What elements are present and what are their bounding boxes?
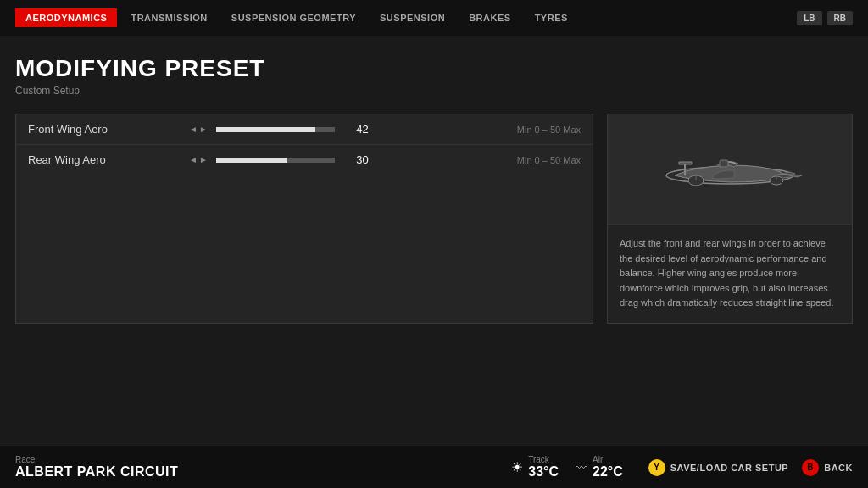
front-wing-right-arrow[interactable]: ►	[199, 125, 208, 134]
lb-button[interactable]: LB	[797, 11, 821, 25]
svg-rect-6	[720, 160, 728, 167]
info-panel: Adjust the front and rear wings in order…	[607, 114, 853, 324]
front-wing-slider-track[interactable]	[216, 127, 335, 132]
car-svg	[632, 131, 827, 208]
front-wing-slider-container: 42	[216, 123, 509, 136]
front-wing-range: Min 0 – 50 Max	[517, 125, 581, 135]
air-temp: 22°C	[593, 464, 623, 480]
back-button[interactable]: B BACK	[802, 459, 853, 476]
nav-tab-brakes[interactable]: BRAKES	[459, 8, 520, 27]
nav-tab-transmission[interactable]: TRANSMISSION	[120, 8, 217, 27]
weather-info: ☀ Track 33°C 〰 Air 22°C	[511, 455, 623, 480]
rear-wing-slider-fill	[216, 158, 287, 163]
front-wing-slider-fill	[216, 127, 316, 132]
nav-tab-suspension[interactable]: SUSPENSION	[370, 8, 455, 27]
front-wing-arrows[interactable]: ◄ ►	[189, 125, 208, 134]
rear-wing-aero-row: Rear Wing Aero ◄ ► 30 Min 0 – 50 Max	[16, 145, 593, 175]
page-subtitle: Custom Setup	[15, 85, 853, 97]
track-temp: 33°C	[528, 464, 559, 480]
air-weather-details: Air 22°C	[593, 455, 623, 480]
save-load-button[interactable]: Y SAVE/LOAD CAR SETUP	[648, 459, 788, 476]
rb-button[interactable]: RB	[827, 11, 853, 25]
b-button-icon: B	[802, 459, 819, 476]
front-wing-label: Front Wing Aero	[28, 123, 181, 136]
settings-panel: Front Wing Aero ◄ ► 42 Min 0 – 50 Max Re…	[15, 114, 593, 324]
sun-icon: ☀	[511, 459, 523, 475]
rear-wing-value: 30	[343, 153, 369, 166]
rear-wing-arrows[interactable]: ◄ ►	[189, 155, 208, 164]
rear-wing-label: Rear Wing Aero	[28, 153, 181, 166]
air-weather-item: 〰 Air 22°C	[576, 455, 623, 480]
front-wing-left-arrow[interactable]: ◄	[189, 125, 198, 134]
nav-tab-suspension-geometry[interactable]: SUSPENSION GEOMETRY	[221, 8, 366, 27]
rear-wing-range: Min 0 – 50 Max	[517, 155, 581, 165]
page-title: MODIFYING PRESET	[15, 55, 853, 82]
rear-wing-right-arrow[interactable]: ►	[199, 155, 208, 164]
rear-wing-slider-track[interactable]	[216, 158, 335, 163]
circuit-name: ALBERT PARK CIRCUIT	[15, 464, 178, 480]
track-weather-details: Track 33°C	[528, 455, 559, 480]
bottom-actions: Y SAVE/LOAD CAR SETUP B BACK	[648, 459, 853, 476]
nav-tab-tyres[interactable]: TYRES	[525, 8, 578, 27]
info-description: Adjust the front and rear wings in order…	[608, 225, 852, 323]
track-label: Track	[528, 455, 559, 464]
back-label: BACK	[824, 463, 853, 473]
air-label: Air	[593, 455, 623, 464]
main-content: Front Wing Aero ◄ ► 42 Min 0 – 50 Max Re…	[0, 105, 868, 332]
circuit-info: Race ALBERT PARK CIRCUIT	[15, 455, 178, 480]
front-wing-aero-row: Front Wing Aero ◄ ► 42 Min 0 – 50 Max	[16, 114, 593, 145]
front-wing-value: 42	[343, 123, 369, 136]
race-label: Race	[15, 455, 178, 464]
car-illustration	[608, 114, 852, 225]
top-nav: AERODYNAMICS TRANSMISSION SUSPENSION GEO…	[0, 0, 868, 36]
rear-wing-slider-container: 30	[216, 153, 509, 166]
save-load-label: SAVE/LOAD CAR SETUP	[670, 463, 788, 473]
track-weather-item: ☀ Track 33°C	[511, 455, 559, 480]
nav-tab-aerodynamics[interactable]: AERODYNAMICS	[15, 8, 117, 27]
page-title-area: MODIFYING PRESET Custom Setup	[0, 36, 868, 105]
y-button-icon: Y	[648, 459, 665, 476]
rear-wing-left-arrow[interactable]: ◄	[189, 155, 198, 164]
bottom-bar: Race ALBERT PARK CIRCUIT ☀ Track 33°C 〰 …	[0, 446, 868, 488]
wind-icon: 〰	[576, 461, 587, 474]
lb-rb-buttons: LB RB	[797, 11, 853, 25]
